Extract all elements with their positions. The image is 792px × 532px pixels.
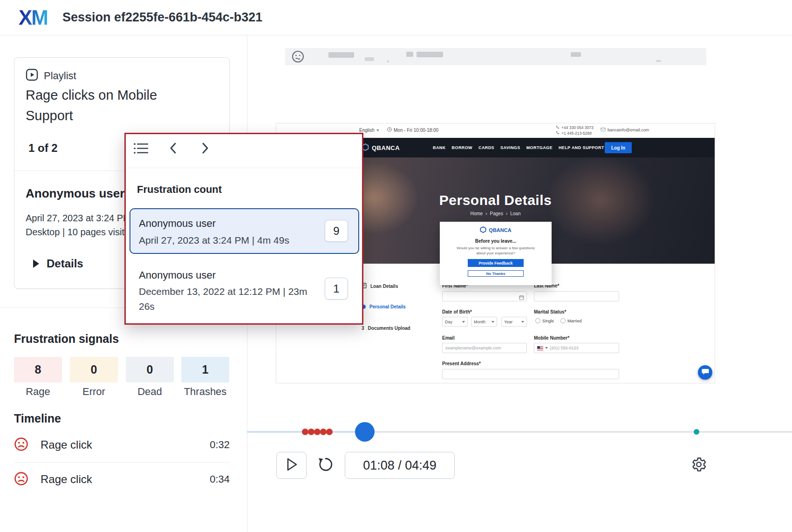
modal-brand-label: QBANCA bbox=[489, 227, 511, 233]
gear-icon bbox=[690, 456, 707, 475]
breadcrumb-pages: Pages bbox=[490, 211, 503, 216]
restart-button[interactable] bbox=[310, 452, 341, 479]
first-name-input bbox=[442, 291, 527, 301]
popup-toolbar-divider bbox=[126, 168, 362, 168]
frustration-signals-heading: Frustration signals bbox=[14, 332, 119, 346]
timeline-event-label: Rage click bbox=[41, 438, 92, 451]
stat-rage-label: Rage bbox=[14, 386, 62, 398]
step-loan-details: Loan Details bbox=[362, 283, 398, 289]
rage-event-marker[interactable] bbox=[326, 429, 333, 435]
masked-text-block bbox=[406, 52, 413, 57]
playlist-header: Playlist bbox=[26, 68, 76, 83]
clock-icon bbox=[387, 127, 392, 133]
step-label: Documents Upload bbox=[368, 326, 410, 331]
app-header: XM Session ef2255fe-661b-454c-b321 bbox=[0, 0, 792, 35]
radio-icon bbox=[560, 318, 566, 323]
timeline-event-time: 0:32 bbox=[210, 439, 230, 451]
step-label: Loan Details bbox=[370, 284, 398, 289]
chevron-down-icon bbox=[376, 130, 379, 131]
email-label: Email bbox=[442, 335, 455, 341]
time-display: 01:08 / 04:49 bbox=[345, 452, 455, 479]
radio-married-label: Married bbox=[567, 319, 582, 323]
rage-event-marker[interactable] bbox=[314, 429, 321, 435]
queue-list-button[interactable] bbox=[132, 141, 149, 157]
masked-text-block bbox=[416, 52, 443, 57]
session-user: Anonymous user bbox=[26, 186, 124, 201]
frustration-count-badge: 1 bbox=[325, 278, 348, 300]
radio-single-label: Single bbox=[542, 319, 554, 323]
timeline-event-row[interactable]: Rage click 0:32 bbox=[14, 435, 230, 455]
play-icon bbox=[285, 457, 299, 474]
phone-icon bbox=[556, 131, 560, 136]
hexagon-logo-icon bbox=[480, 226, 486, 234]
session-item-user: Anonymous user bbox=[139, 269, 216, 281]
masked-text-block bbox=[571, 52, 581, 57]
chevron-down-icon bbox=[521, 321, 524, 323]
site-nav-savings: SAVINGS bbox=[500, 145, 520, 150]
session-list-item-selected[interactable]: Anonymous user April 27, 2023 at 3:24 PM… bbox=[130, 208, 359, 254]
chevron-down-icon bbox=[462, 321, 465, 323]
present-address-input bbox=[442, 369, 619, 379]
rage-event-marker[interactable] bbox=[302, 429, 308, 435]
site-email: bancainfo@email.com bbox=[601, 128, 649, 132]
chat-bubble-icon bbox=[702, 368, 709, 377]
dob-day-select: Day bbox=[442, 317, 468, 327]
step-documents-upload: 3 Documents Upload bbox=[362, 326, 410, 331]
next-session-button[interactable] bbox=[197, 141, 213, 157]
stat-rage-value: 8 bbox=[14, 357, 62, 382]
marital-status-radios: Single Married bbox=[535, 318, 582, 323]
stat-error-value: 0 bbox=[70, 357, 118, 382]
timeline-heading: Timeline bbox=[14, 412, 61, 425]
site-nav-items: BANK BORROW CARDS SAVINGS MORTGAGE HELP … bbox=[433, 138, 604, 157]
site-nav-cards: CARDS bbox=[478, 145, 494, 150]
playlist-label: Playlist bbox=[44, 70, 76, 82]
chat-fab bbox=[698, 365, 712, 380]
settings-button[interactable] bbox=[690, 456, 708, 475]
last-name-input bbox=[534, 291, 619, 301]
rage-face-icon bbox=[14, 437, 28, 453]
us-flag-icon bbox=[537, 346, 543, 350]
thrash-event-marker[interactable] bbox=[694, 429, 699, 435]
playlist-icon bbox=[26, 68, 38, 83]
site-hours-label: Mon - Fri 10:00-18:00 bbox=[394, 128, 438, 133]
previous-session-button[interactable] bbox=[165, 141, 182, 157]
feedback-modal: QBANCA Before you leave... Would you be … bbox=[440, 222, 552, 285]
session-item-meta: December 13, 2022 at 12:12 PM | 23m 26s bbox=[139, 284, 312, 314]
rage-face-icon bbox=[14, 471, 28, 488]
playlist-pagination: 1 of 2 bbox=[28, 142, 58, 155]
step-number: 3 bbox=[362, 326, 364, 331]
stat-thrashes-value: 1 bbox=[181, 357, 229, 382]
dob-month-select: Month bbox=[471, 317, 497, 327]
stat-thrashes-label: Thrashes bbox=[181, 386, 229, 398]
site-brand-label: QBANCA bbox=[372, 144, 400, 151]
dob-month-value: Month bbox=[474, 320, 485, 324]
masked-text-block bbox=[387, 61, 389, 62]
playhead-handle[interactable] bbox=[355, 422, 375, 442]
site-phone-us: +1 445-213-5268 bbox=[561, 131, 592, 136]
rage-event-marker[interactable] bbox=[320, 429, 327, 435]
mail-icon bbox=[601, 128, 606, 132]
phone-icon bbox=[556, 125, 560, 131]
stat-error-label: Error bbox=[70, 386, 118, 398]
details-label: Details bbox=[47, 257, 83, 270]
rage-event-marker[interactable] bbox=[308, 429, 314, 435]
email-input bbox=[442, 343, 527, 353]
stat-dead-label: Dead bbox=[126, 386, 174, 398]
site-phone-uk: +44 330 054 3073 bbox=[561, 125, 594, 131]
details-expander[interactable]: Details bbox=[33, 257, 83, 270]
dob-year-select: Year bbox=[501, 317, 527, 327]
site-language-selector: English bbox=[359, 128, 379, 133]
site-nav-help: HELP AND SUPPORT bbox=[559, 145, 604, 150]
timeline-event-row[interactable]: Rage click 0:34 bbox=[14, 469, 230, 490]
chevron-down-icon bbox=[545, 347, 548, 349]
modal-brand: QBANCA bbox=[440, 226, 552, 234]
session-list-item[interactable]: Anonymous user December 13, 2022 at 12:1… bbox=[130, 263, 359, 320]
play-button[interactable] bbox=[276, 452, 307, 479]
breadcrumb-separator: › bbox=[506, 211, 507, 216]
radio-single: Single bbox=[535, 318, 554, 323]
modal-body: Would you be willing to answer a few que… bbox=[452, 246, 539, 256]
mobile-number-label: Mobile Number* bbox=[534, 335, 569, 341]
dob-label: Date of Birth* bbox=[442, 309, 472, 314]
masked-text-block bbox=[328, 52, 354, 58]
disclosure-triangle-icon bbox=[33, 259, 39, 268]
